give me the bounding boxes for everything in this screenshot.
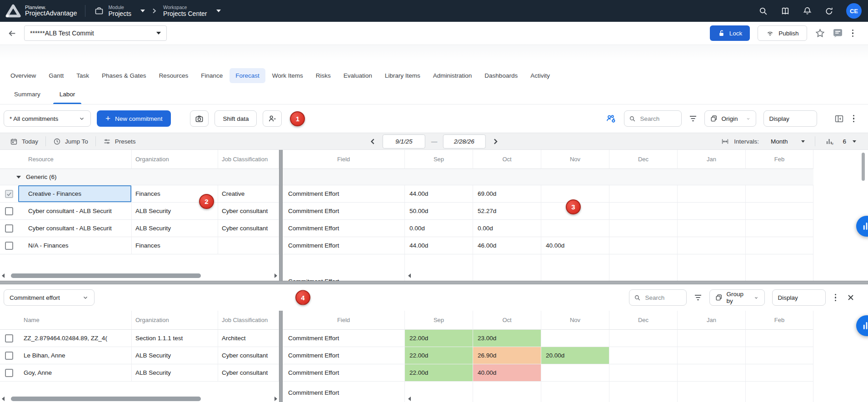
column-header-name[interactable]: Name	[18, 311, 132, 330]
scrollbar-thumb[interactable]	[11, 273, 201, 278]
column-header-month[interactable]: Dec	[609, 150, 677, 169]
scroll-right-icon[interactable]	[274, 273, 277, 278]
header-select-all[interactable]	[0, 311, 18, 330]
module-switcher[interactable]: Module Projects	[95, 5, 145, 17]
cell-month-value[interactable]	[677, 237, 745, 254]
column-header-month[interactable]: Feb	[745, 150, 813, 169]
jump-to-button[interactable]: Jump To	[46, 138, 95, 145]
brand[interactable]: Planview. ProjectAdvantage	[5, 4, 77, 18]
tab-gantt[interactable]: Gantt	[43, 68, 70, 83]
cell-month-value[interactable]	[677, 364, 745, 382]
origin-select[interactable]: Origin	[704, 110, 756, 127]
cell-month-value[interactable]	[404, 254, 473, 281]
cell-month-value[interactable]: 0.00d	[404, 220, 473, 237]
cell-field[interactable]: Commitment Effort	[283, 220, 404, 237]
favorite-icon[interactable]	[815, 28, 825, 38]
cell-month-value[interactable]	[473, 382, 541, 402]
cell-month-value[interactable]	[677, 203, 745, 220]
column-header-field[interactable]: Field	[283, 150, 404, 169]
project-select[interactable]: ******ALB Test Commit	[24, 25, 167, 41]
tab-work-items[interactable]: Work Items	[266, 68, 309, 83]
filter-icon[interactable]	[694, 294, 702, 301]
row-checkbox[interactable]	[5, 242, 13, 250]
notes-icon[interactable]	[833, 29, 843, 38]
cell-field[interactable]: Commitment Effort	[283, 237, 404, 254]
tab-library-items[interactable]: Library Items	[379, 68, 426, 83]
cell-month-value[interactable]	[745, 330, 813, 347]
cell-month-value[interactable]	[541, 220, 609, 237]
horizontal-scrollbar[interactable]	[2, 272, 277, 279]
tab-task[interactable]: Task	[70, 68, 95, 83]
vertical-scrollbar-thumb[interactable]	[862, 153, 865, 181]
cell-month-value[interactable]	[677, 347, 745, 364]
cell-field[interactable]: Commitment Effort	[283, 382, 404, 402]
cell-month-value[interactable]	[609, 347, 677, 364]
tab-activity[interactable]: Activity	[524, 68, 556, 83]
column-header-resource[interactable]: Resource	[18, 150, 132, 169]
cell-month-value[interactable]	[609, 185, 677, 203]
tab-forecast[interactable]: Forecast	[229, 68, 265, 83]
cell-resource[interactable]: Cyber consultant - ALB Securit	[18, 220, 132, 237]
display-button[interactable]: Display	[763, 110, 817, 127]
shift-data-button[interactable]: Shift data	[215, 110, 257, 127]
more-options-menu[interactable]	[833, 292, 838, 303]
cell-month-value[interactable]	[609, 203, 677, 220]
column-header-month[interactable]: Dec	[609, 311, 677, 330]
cell-field[interactable]: Commitment Effort	[283, 364, 404, 382]
mode-select[interactable]: Commitment effort	[4, 289, 95, 306]
column-header-month[interactable]: Nov	[541, 150, 609, 169]
resources-icon[interactable]	[606, 114, 617, 124]
row-checkbox[interactable]	[5, 334, 13, 342]
search-input[interactable]	[639, 115, 677, 123]
cell-month-value[interactable]: 50.00d	[404, 203, 473, 220]
cell-name[interactable]: Le Bihan, Anne	[18, 347, 132, 364]
tab-dashboards[interactable]: Dashboards	[479, 68, 524, 83]
cell-month-value[interactable]	[677, 330, 745, 347]
cell-job-classification[interactable]: Creative	[218, 185, 279, 203]
cell-month-value[interactable]	[677, 254, 745, 281]
cell-resource[interactable]: N/A - Finances	[18, 237, 132, 254]
scroll-left-icon[interactable]	[2, 397, 5, 401]
column-header-month[interactable]: Sep	[404, 311, 473, 330]
end-date-input[interactable]	[443, 134, 485, 149]
interval-value[interactable]: Month	[771, 138, 788, 145]
cell-month-value[interactable]: 40.00d	[473, 364, 541, 382]
scroll-left-icon[interactable]	[408, 397, 411, 401]
cell-month-value[interactable]: 22.00d	[404, 330, 473, 347]
column-header-month[interactable]: Nov	[541, 311, 609, 330]
cell-month-value[interactable]: 20.00d	[541, 347, 609, 364]
cell-job-classification[interactable]	[218, 237, 279, 254]
tab-administration[interactable]: Administration	[427, 68, 478, 83]
column-header-month[interactable]: Jan	[677, 150, 745, 169]
cell-month-value[interactable]	[677, 185, 745, 203]
cell-job-classification[interactable]: Cyber consultant	[218, 220, 279, 237]
tab-evaluation[interactable]: Evaluation	[338, 68, 378, 83]
cell-resource[interactable]: Creative - Finances	[18, 185, 132, 203]
display-button[interactable]: Display	[772, 289, 826, 306]
cell-field[interactable]: Commitment Effort	[283, 203, 404, 220]
cell-month-value[interactable]	[745, 364, 813, 382]
subtab-labor[interactable]: Labor	[50, 84, 85, 104]
cell-month-value[interactable]	[745, 254, 813, 281]
cell-organization[interactable]: ALB Security	[132, 220, 218, 237]
more-options-menu[interactable]	[851, 113, 857, 124]
tab-resources[interactable]: Resources	[153, 68, 195, 83]
presets-button[interactable]: Presets	[96, 138, 143, 145]
cell-field[interactable]: Commitment Effort	[283, 254, 404, 281]
chevron-down-icon[interactable]	[853, 140, 856, 143]
cell-job-classification[interactable]: Architect	[218, 330, 279, 347]
group-by-select[interactable]: Group by	[709, 289, 765, 306]
column-header-month[interactable]: Feb	[745, 311, 813, 330]
row-checkbox[interactable]	[5, 352, 13, 360]
cell-month-value[interactable]: 22.00d	[404, 364, 473, 382]
cell-month-value[interactable]	[677, 382, 745, 402]
snapshot-button[interactable]	[190, 110, 209, 127]
column-header-month[interactable]: Jan	[677, 311, 745, 330]
tab-risks[interactable]: Risks	[310, 68, 337, 83]
tab-finance[interactable]: Finance	[195, 68, 229, 83]
cell-month-value[interactable]	[609, 382, 677, 402]
cell-month-value[interactable]	[609, 254, 677, 281]
column-header-field[interactable]: Field	[283, 311, 404, 330]
column-header-month[interactable]: Oct	[473, 150, 541, 169]
row-checkbox[interactable]	[5, 224, 13, 233]
